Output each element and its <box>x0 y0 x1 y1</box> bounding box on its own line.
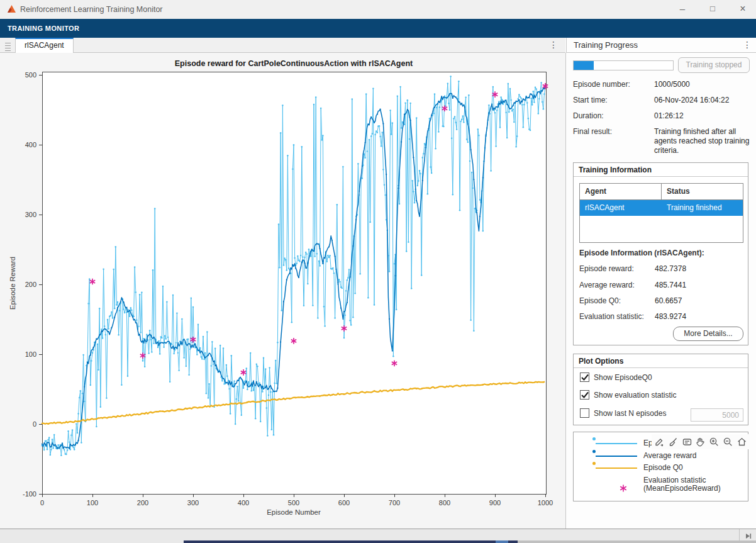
legend-entry-evaluation-statistic[interactable]: Evaluation statistic (MeanEpisodeReward) <box>574 475 748 494</box>
table-row[interactable]: rlSACAgent Training finished <box>580 200 743 216</box>
svg-text:700: 700 <box>389 499 400 507</box>
show-episodeq0-row[interactable]: Show EpisodeQ0 <box>580 372 652 382</box>
toolstrip-ribbon: TRAINING MONITOR <box>0 19 756 38</box>
episode-reward-marker-icon <box>592 437 596 440</box>
svg-text:Episode Number: Episode Number <box>267 508 321 516</box>
taskbar-sliver <box>0 540 756 543</box>
agent-status-table: Agent Status rlSACAgent Training finishe… <box>579 183 743 243</box>
legend-label-episode-q0: Episode Q0 <box>643 463 683 472</box>
status-cell[interactable]: Training finished <box>662 200 743 216</box>
svg-text:200: 200 <box>25 281 36 288</box>
training-progress-bar <box>573 60 674 70</box>
start-time-label: Start time: <box>573 96 652 104</box>
panel-options-menu-icon[interactable]: ⋮ <box>741 38 753 53</box>
svg-text:-100: -100 <box>23 490 36 498</box>
start-time-value: 06-Nov-2024 16:04:22 <box>654 96 750 104</box>
show-episodeq0-checkbox[interactable] <box>580 372 589 382</box>
svg-text:600: 600 <box>338 499 350 507</box>
duration-label: Duration: <box>573 111 652 120</box>
taskbar-accent <box>496 540 508 543</box>
episode-q0-value: 60.6657 <box>655 296 682 305</box>
datatips-icon[interactable] <box>681 436 693 448</box>
svg-text:Episode Reward: Episode Reward <box>9 257 16 310</box>
show-last-n-episodes-label: Show last N episodes <box>594 409 666 418</box>
window-title: Reinforcement Learning Training Monitor <box>20 5 163 14</box>
svg-text:400: 400 <box>25 141 36 148</box>
ribbon-tab-training-monitor[interactable]: TRAINING MONITOR <box>8 25 79 32</box>
average-reward-marker-icon <box>592 450 596 453</box>
training-information-header: Training Information <box>574 163 748 177</box>
reward-chart[interactable]: 01002003004005006007008009001000-1000100… <box>0 53 565 529</box>
final-result-value: Training finished after all agents reach… <box>654 127 750 155</box>
plot-options-section: Plot Options Show EpisodeQ0 Show evaluat… <box>573 354 748 425</box>
show-evaluation-statistic-row[interactable]: Show evaluation statistic <box>580 390 676 400</box>
training-progress-panel: Training stopped Episode number: 1000/50… <box>565 53 756 529</box>
episode-number-label: Episode number: <box>573 80 652 89</box>
training-stopped-button[interactable]: Training stopped <box>678 57 750 73</box>
app-window: Reinforcement Learning Training Monitor … <box>0 0 756 543</box>
maximize-button[interactable]: □ <box>702 0 723 19</box>
svg-text:800: 800 <box>439 499 450 507</box>
tab-grip-icon[interactable] <box>4 41 11 50</box>
close-button[interactable]: × <box>732 0 753 19</box>
svg-text:400: 400 <box>238 499 249 507</box>
average-reward-line-icon <box>596 456 637 457</box>
zoom-out-icon[interactable] <box>722 436 734 448</box>
episode-reward-line-icon <box>596 443 637 444</box>
episode-q0-marker-icon <box>592 462 596 465</box>
column-status[interactable]: Status <box>662 184 743 199</box>
legend-entry-episode-q0[interactable]: Episode Q0 <box>574 462 748 474</box>
zoom-in-icon[interactable] <box>708 436 720 448</box>
more-details-button[interactable]: More Details... <box>673 327 743 341</box>
episode-q0-label: Episode Q0: <box>579 296 621 305</box>
episode-q0-line-icon <box>596 467 637 469</box>
svg-text:100: 100 <box>25 350 36 358</box>
svg-text:200: 200 <box>137 499 148 507</box>
show-episodeq0-label: Show EpisodeQ0 <box>594 373 652 382</box>
progress-fill <box>574 61 594 70</box>
show-last-n-episodes-checkbox[interactable] <box>580 408 589 418</box>
svg-text:300: 300 <box>25 211 36 218</box>
brush-icon[interactable] <box>667 436 679 448</box>
episode-information-header: Episode Information (rlSACAgent): <box>579 249 704 257</box>
taskbar-gray <box>518 540 756 543</box>
pan-icon[interactable] <box>694 436 706 448</box>
svg-text:500: 500 <box>288 499 299 507</box>
matlab-logo-icon <box>6 4 17 14</box>
training-progress-title: Training Progress <box>574 40 638 50</box>
evaluation-statistic-asterisk-icon <box>619 484 628 493</box>
minimize-button[interactable]: – <box>672 0 693 19</box>
svg-text:300: 300 <box>187 499 199 507</box>
tab-options-menu-icon[interactable]: ⋮ <box>547 38 560 52</box>
agent-cell[interactable]: rlSACAgent <box>580 200 662 216</box>
average-reward-value: 485.7441 <box>655 281 686 289</box>
restore-view-icon[interactable] <box>736 436 748 448</box>
duration-value: 01:26:12 <box>654 111 750 120</box>
svg-text:Episode reward for CartPoleCon: Episode reward for CartPoleContinuousAct… <box>175 59 413 68</box>
legend-label-evaluation-statistic: Evaluation statistic (MeanEpisodeReward) <box>643 476 721 493</box>
episode-number-value: 1000/5000 <box>654 80 750 89</box>
export-icon[interactable] <box>653 436 665 448</box>
show-evaluation-statistic-label: Show evaluation statistic <box>594 391 676 400</box>
expand-panel-icon[interactable] <box>744 532 753 540</box>
plot-options-header: Plot Options <box>574 354 748 368</box>
training-progress-header: Training Progress <box>566 38 756 53</box>
title-bar: Reinforcement Learning Training Monitor … <box>0 0 756 19</box>
axes-toolbar <box>652 434 750 449</box>
svg-text:1000: 1000 <box>538 499 553 507</box>
svg-text:0: 0 <box>33 420 36 428</box>
episode-reward-value: 482.7378 <box>655 264 686 273</box>
taskbar-segment <box>184 540 518 543</box>
evaluation-statistic-value: 483.9274 <box>655 312 686 321</box>
document-tab-strip: rlSACAgent ⋮ <box>0 38 565 53</box>
last-n-episodes-input[interactable] <box>691 408 743 422</box>
column-agent[interactable]: Agent <box>580 184 662 199</box>
svg-text:900: 900 <box>489 499 501 507</box>
show-evaluation-statistic-checkbox[interactable] <box>580 390 589 400</box>
average-reward-label: Average reward: <box>579 281 635 289</box>
svg-text:100: 100 <box>87 499 98 507</box>
legend-entry-average-reward[interactable]: Average reward <box>574 451 748 462</box>
episode-reward-label: Episode reward: <box>579 264 634 273</box>
show-last-n-episodes-row[interactable]: Show last N episodes <box>580 408 666 418</box>
tab-rlsacagent[interactable]: rlSACAgent <box>15 38 74 53</box>
